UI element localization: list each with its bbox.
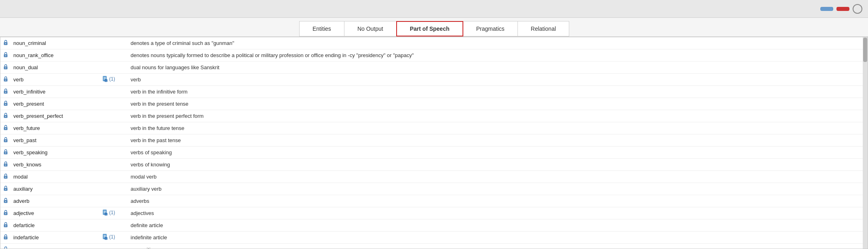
- token-badge: [100, 98, 128, 110]
- lock-icon: [0, 62, 11, 74]
- token-description: adjectives: [128, 207, 863, 219]
- token-badge[interactable]: 1 (1): [100, 74, 128, 86]
- table-row[interactable]: verb_pastverb in the past tense: [0, 134, 863, 147]
- doc-badge-icon[interactable]: 1 (1): [102, 234, 115, 240]
- table-row[interactable]: auxiliaryauxiliary verb: [0, 183, 863, 195]
- tab-relational[interactable]: Relational: [517, 21, 569, 36]
- token-badge: [100, 37, 128, 49]
- token-description: definite article: [128, 219, 863, 232]
- token-name: verb_past: [11, 134, 100, 147]
- lock-icon: [0, 37, 11, 49]
- token-badge: [100, 183, 128, 195]
- token-badge: [100, 86, 128, 98]
- app-container: EntitiesNo OutputPart of SpeechPragmatic…: [0, 0, 868, 249]
- token-description: verb: [128, 74, 863, 86]
- token-name: verb_future: [11, 122, 100, 134]
- table-row[interactable]: verb_futureverb in the future tense: [0, 122, 863, 134]
- token-name: prep: [11, 244, 100, 249]
- table-row[interactable]: verb_knowsverbs of knowing: [0, 159, 863, 171]
- table-row[interactable]: adverbadverbs: [0, 195, 863, 207]
- token-description: modal verb: [128, 171, 863, 183]
- tab-no-output[interactable]: No Output: [344, 21, 397, 36]
- lock-icon: [0, 219, 11, 232]
- token-badge: [100, 219, 128, 232]
- tabs-row: EntitiesNo OutputPart of SpeechPragmatic…: [0, 18, 868, 37]
- svg-point-32: [5, 189, 6, 190]
- token-description: verb in the present tense: [128, 98, 863, 110]
- table-row[interactable]: preppreposition: [0, 244, 863, 249]
- tab-entities[interactable]: Entities: [299, 21, 344, 36]
- svg-point-3: [5, 55, 6, 56]
- doc-badge-icon[interactable]: 1 (1): [102, 76, 115, 82]
- token-name: defarticle: [11, 219, 100, 232]
- token-description: verb in the past tense: [128, 134, 863, 147]
- token-badge: [100, 49, 128, 62]
- svg-point-28: [5, 165, 6, 166]
- token-name: verb_present: [11, 98, 100, 110]
- svg-point-47: [5, 238, 6, 238]
- table-row[interactable]: verb 1 (1) verb: [0, 74, 863, 86]
- scrollbar-thumb[interactable]: [863, 38, 867, 62]
- token-name: verb_present_perfect: [11, 110, 100, 122]
- token-badge: [100, 159, 128, 171]
- doc-badge-icon[interactable]: 1 (1): [102, 209, 115, 216]
- table-row[interactable]: modalmodal verb: [0, 171, 863, 183]
- lock-icon: [0, 159, 11, 171]
- table-row[interactable]: defarticledefinite article: [0, 219, 863, 232]
- token-description: verbs of knowing: [128, 159, 863, 171]
- lock-icon: [0, 183, 11, 195]
- lock-icon: [0, 122, 11, 134]
- token-description: dual nouns for languages like Sanskrit: [128, 62, 863, 74]
- table-row[interactable]: verb_present_perfectverb in the present …: [0, 110, 863, 122]
- table-row[interactable]: verb_speakingverbs of speaking: [0, 147, 863, 159]
- token-name: verb_infinitive: [11, 86, 100, 98]
- table-row[interactable]: adjective 1 (1) adjectives: [0, 207, 863, 219]
- table-row[interactable]: noun_dualdual nouns for languages like S…: [0, 62, 863, 74]
- lock-icon: [0, 49, 11, 62]
- token-badge[interactable]: 1 (1): [100, 207, 128, 219]
- lock-icon: [0, 147, 11, 159]
- save-button[interactable]: [820, 7, 833, 11]
- token-description: denotes nouns typically formed to descri…: [128, 49, 863, 62]
- table-row[interactable]: noun_rank_officedenotes nouns typically …: [0, 49, 863, 62]
- table-row[interactable]: verb_infinitiveverb in the infinitive fo…: [0, 86, 863, 98]
- token-name: auxiliary: [11, 183, 100, 195]
- reset-button[interactable]: [836, 7, 849, 11]
- svg-point-45: [5, 226, 6, 226]
- table-area[interactable]: noun_criminaldenotes a type of criminal …: [0, 37, 863, 249]
- token-name: verb_speaking: [11, 147, 100, 159]
- svg-point-30: [5, 177, 6, 178]
- table-row[interactable]: noun_criminaldenotes a type of criminal …: [0, 37, 863, 49]
- token-description: preposition: [128, 244, 863, 249]
- token-name: verb: [11, 74, 100, 86]
- token-description: verbs of speaking: [128, 147, 863, 159]
- tab-pragmatics[interactable]: Pragmatics: [463, 21, 518, 36]
- lock-icon: [0, 110, 11, 122]
- token-badge: [100, 62, 128, 74]
- tab-part-of-speech[interactable]: Part of Speech: [396, 21, 463, 36]
- token-description: adverbs: [128, 195, 863, 207]
- token-description: indefinite article: [128, 232, 863, 244]
- svg-point-22: [5, 128, 6, 129]
- token-name: indefarticle: [11, 232, 100, 244]
- svg-point-16: [5, 92, 6, 93]
- scrollbar-track[interactable]: [863, 37, 868, 249]
- token-badge: [100, 171, 128, 183]
- token-badge: [100, 122, 128, 134]
- token-name: adverb: [11, 195, 100, 207]
- token-name: noun_criminal: [11, 37, 100, 49]
- table-row[interactable]: verb_presentverb in the present tense: [0, 98, 863, 110]
- token-description: denotes a type of criminal such as "gunm…: [128, 37, 863, 49]
- token-name: noun_rank_office: [11, 49, 100, 62]
- svg-point-34: [5, 201, 6, 202]
- svg-point-24: [5, 140, 6, 141]
- token-badge[interactable]: 1 (1): [100, 232, 128, 244]
- help-icon[interactable]: [853, 4, 862, 14]
- lock-icon: [0, 171, 11, 183]
- token-name: verb_knows: [11, 159, 100, 171]
- main-content: noun_criminaldenotes a type of criminal …: [0, 37, 868, 249]
- svg-point-36: [5, 213, 6, 214]
- token-name: adjective: [11, 207, 100, 219]
- lock-icon: [0, 86, 11, 98]
- table-row[interactable]: indefarticle 1 (1) indefinite article: [0, 232, 863, 244]
